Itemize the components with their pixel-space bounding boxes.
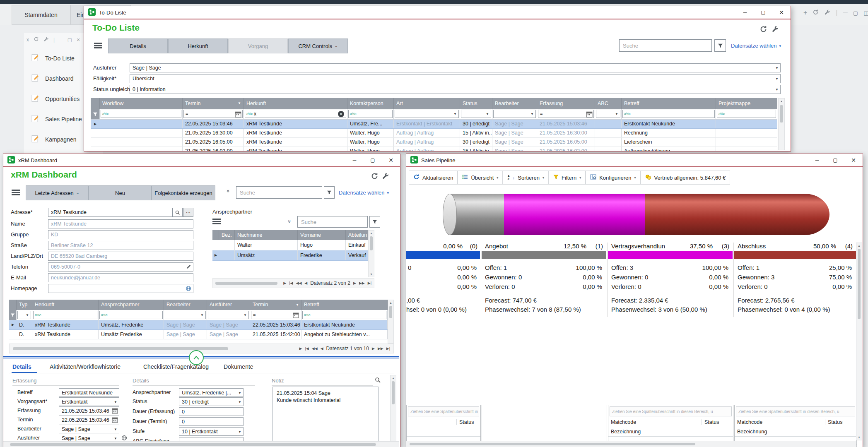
folgekontakte-button[interactable]: Folgekontakte erzeugen — [152, 185, 215, 200]
header-herkunft[interactable]: Herkunft — [32, 300, 99, 310]
header-projektmappe[interactable]: Projektmappe — [716, 98, 777, 109]
header-status[interactable]: Status — [460, 98, 492, 109]
wrench-icon[interactable] — [43, 36, 49, 43]
minimize-icon[interactable]: ─ — [59, 37, 63, 43]
filter-bearbeiter[interactable]: ▼ — [492, 109, 537, 120]
wrench-icon[interactable] — [772, 25, 779, 34]
wrench-icon[interactable] — [824, 9, 830, 17]
pipeline-horizontal-scrollbar[interactable] — [406, 441, 856, 447]
header-betreff[interactable]: Betreff — [301, 300, 388, 310]
header-kontaktperson[interactable]: Kontaktperson — [347, 98, 394, 109]
wrench-icon[interactable] — [382, 172, 389, 181]
filter-erfassung[interactable]: = — [537, 109, 595, 120]
aktualisieren-button[interactable]: Aktualisieren — [409, 171, 458, 185]
ap-vertical-scrollbar[interactable]: ▲ ▼ — [368, 230, 374, 277]
sidebar-item-dashboard[interactable]: Dashboard — [31, 74, 82, 83]
det-ansprechpartner-field[interactable]: Umsätz, Frederike |...▼ — [179, 388, 244, 397]
details-vertical-scrollbar[interactable]: ▲ — [390, 375, 396, 441]
header-art[interactable]: Art — [394, 98, 460, 109]
groupby-area[interactable]: Ziehen Sie eine Spaltenüberschrift in di… — [736, 406, 855, 416]
details-button[interactable]: Details — [108, 38, 168, 53]
bearbeiter-field[interactable]: Sage | Sage▼ — [59, 425, 119, 433]
search-input[interactable] — [619, 39, 712, 52]
tab-details[interactable]: Details — [12, 363, 31, 370]
erfassung-date-field[interactable]: 21.05.2025 15:03:46 — [59, 406, 119, 415]
close-icon[interactable]: × — [77, 36, 80, 43]
ap-search-input[interactable] — [297, 216, 368, 228]
next-page-icon[interactable]: ▶ — [299, 346, 302, 351]
minimize-button[interactable]: ─ — [345, 154, 364, 166]
filter-bearbeiter[interactable]: ▼ — [164, 310, 207, 320]
calendar-icon[interactable] — [293, 312, 299, 319]
collapse-chevrons-icon[interactable]: » — [225, 190, 231, 192]
datensaetze-waehlen-link[interactable]: Datensätze wählen▾ — [731, 43, 781, 49]
header-bezeichnung[interactable]: Bezeichnung — [735, 429, 851, 435]
minimize-icon[interactable]: ─ — [843, 9, 848, 17]
menu-icon[interactable] — [94, 43, 102, 48]
header-bearbeiter[interactable]: Bearbeiter — [164, 300, 207, 310]
table-row[interactable]: ▶ Umsätz Frederike Verkauf — [212, 250, 368, 261]
filter-betreff[interactable]: a%c — [301, 310, 388, 320]
lookup-button[interactable] — [172, 208, 183, 217]
header-ausfuehrer[interactable]: Ausführer — [207, 300, 250, 310]
adresse-field[interactable]: xRM Testkunde — [48, 208, 172, 217]
maximize-button[interactable]: ▢ — [826, 154, 844, 166]
header-betreff[interactable]: Betreff — [622, 98, 716, 109]
scrollbar-thumb[interactable] — [392, 381, 395, 404]
close-button[interactable]: ✕ — [382, 154, 400, 166]
calendar-icon[interactable] — [586, 111, 593, 118]
herkunft-button[interactable]: Herkunft — [168, 38, 228, 53]
fast-next-icon[interactable]: ▶▶ — [359, 281, 365, 285]
scroll-up-icon[interactable]: ▲ — [856, 244, 862, 247]
header-bezeichnung[interactable]: Bezeichnung — [608, 429, 727, 435]
maximize-icon[interactable]: ▢ — [68, 37, 72, 43]
scrollbar-thumb[interactable] — [370, 236, 373, 250]
scrollbar-thumb[interactable] — [780, 105, 783, 123]
scroll-down-icon[interactable]: ▼ — [369, 273, 374, 276]
calendar-icon[interactable] — [112, 408, 118, 415]
sidebar-item-kampagnen[interactable]: Kampagnen — [31, 135, 82, 144]
table-row[interactable]: ▶ D. xRM Testkunde Umsätz, Frederike Sag… — [9, 320, 388, 330]
filter-ausfuehrer[interactable]: ▼ — [207, 310, 250, 320]
table-row[interactable]: D. xRM Testkunde Umsätz Frederike Sage |… — [9, 330, 388, 339]
vorgangsart-field[interactable]: Erstkontakt▼ — [59, 397, 119, 406]
filter-workflow[interactable]: a%c — [100, 109, 183, 120]
refresh-icon[interactable] — [34, 36, 39, 43]
filter-button[interactable] — [714, 39, 726, 52]
filter-abc[interactable]: ▼ — [595, 109, 622, 120]
expand-details-button[interactable] — [189, 350, 204, 365]
vorgang-button[interactable]: Vorgang — [228, 38, 288, 53]
filter-herkunft[interactable]: a%cx✕ — [244, 109, 347, 120]
filtern-button[interactable]: Filtern▾ — [549, 171, 586, 185]
prev-page-icon[interactable]: ◀ — [321, 346, 323, 351]
datensaetze-waehlen-link[interactable]: Datensätze wählen▾ — [339, 190, 389, 196]
header-abteilung[interactable]: Abteilun — [346, 230, 368, 240]
filter-termin[interactable]: = — [183, 109, 244, 120]
filter-projektmappe[interactable]: a%c — [716, 109, 777, 120]
menu-icon[interactable] — [12, 190, 20, 195]
last-page-icon[interactable]: ▶| — [386, 346, 390, 351]
header-matchcode[interactable]: Matchcode — [608, 419, 702, 425]
header-bearbeiter[interactable]: Bearbeiter — [492, 98, 537, 109]
next-page-icon[interactable]: ▶ — [283, 281, 286, 285]
telefon-field[interactable]: 069-50007-0 — [48, 262, 193, 272]
sidebar-item-opportunities[interactable]: Opportunities — [31, 94, 82, 103]
scroll-up-icon[interactable]: ▲ — [369, 232, 374, 235]
header-vorname[interactable]: Vorname — [298, 230, 346, 240]
refresh-icon[interactable] — [371, 172, 379, 181]
header-status[interactable]: Status — [456, 419, 480, 425]
pencil-icon[interactable] — [186, 264, 191, 271]
horizontal-scrollbar[interactable] — [3, 441, 399, 447]
sidebar-item-todo-liste[interactable]: To-Do Liste — [31, 54, 82, 63]
titlebar[interactable]: Sales Pipeline ─ ▢ ✕ — [406, 154, 863, 166]
header-herkunft[interactable]: Herkunft — [244, 98, 347, 109]
header-workflow[interactable]: Workflow — [100, 98, 183, 109]
ap-filter-button[interactable] — [369, 216, 380, 228]
name-field[interactable]: xRM Testkunde — [48, 219, 193, 228]
refresh-icon[interactable] — [813, 9, 819, 17]
table-row[interactable]: ▶ 22.05.2025 15:03:46 xRM Testkunde Umsä… — [91, 120, 777, 129]
strasse-field[interactable]: Berliner Straße 12 — [48, 241, 193, 250]
filter-button[interactable] — [324, 186, 335, 199]
table-row[interactable]: Walter Hugo Einkauf — [212, 240, 368, 250]
menu-icon[interactable] — [212, 219, 221, 224]
